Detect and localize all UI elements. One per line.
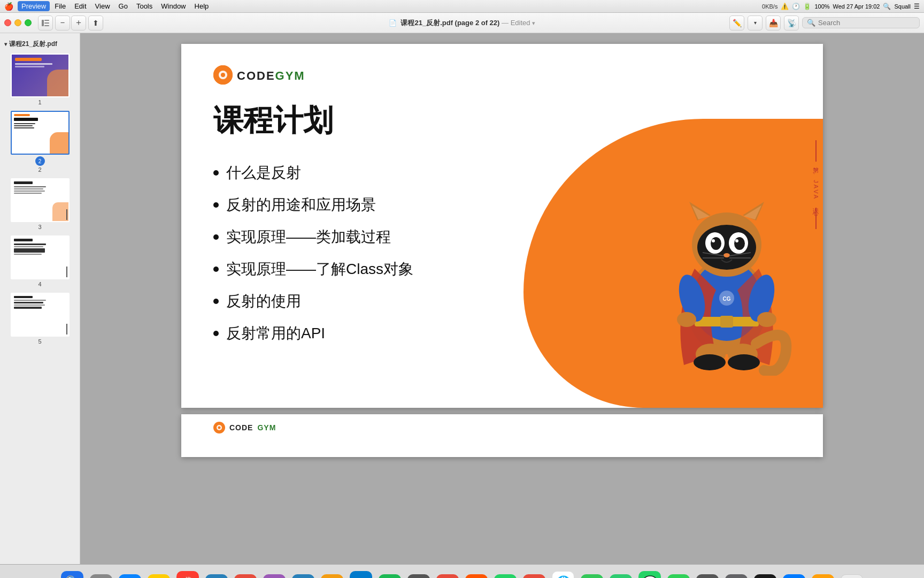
dock-vscode[interactable]: ⌨️ (348, 569, 374, 579)
pdf-page-partial: CODEGYM (181, 414, 823, 457)
maximize-button[interactable] (25, 19, 32, 26)
dock-terminal[interactable]: ⌨️ (752, 569, 779, 579)
menubar-right: 0KB/s ⚠️ 🕐 🔋 100% Wed 27 Apr 19:02 🔍 Squ… (762, 3, 920, 10)
thumb-frame-3 (11, 178, 70, 222)
annotate-button[interactable]: ✏️ (729, 16, 744, 31)
bullet-dot-4 (213, 267, 219, 272)
thumb-label-4: 4 (38, 281, 41, 287)
airdrop-button[interactable]: 📡 (784, 16, 799, 31)
dock-app3[interactable]: 📻 (463, 569, 490, 579)
dock-launchpad[interactable]: 🚀 (88, 569, 114, 579)
page2-content: CODEGYM 课程计划 什么是反射 反射的用途和应用场景 (181, 44, 823, 408)
svg-point-23 (728, 354, 760, 370)
svg-point-6 (221, 73, 225, 77)
window-title: 📄 课程21_反射.pdf (page 2 of 22) — Edited ▾ (389, 18, 535, 28)
dock-word[interactable]: A (290, 569, 317, 579)
dock-facetime[interactable]: 📹 (665, 569, 692, 579)
bullet-dot-5 (213, 299, 219, 304)
thumbnail-page-2[interactable]: 2 2 (0, 108, 80, 176)
menu-window[interactable]: Window (157, 1, 189, 11)
thumb-label-2: 2 (38, 166, 41, 173)
svg-point-14 (734, 237, 745, 250)
zoom-in-button[interactable]: ＋ (71, 16, 86, 31)
thumbnail-page-3[interactable]: 3 (0, 176, 80, 233)
content-area[interactable]: CODEGYM 课程计划 什么是反射 反射的用途和应用场景 (80, 33, 924, 564)
menu-help[interactable]: Help (191, 1, 213, 11)
zoom-out-button[interactable]: － (55, 16, 70, 31)
dock-person[interactable]: 👤 (405, 569, 432, 579)
dock-settings[interactable]: ⚙️ (723, 569, 750, 579)
menu-go[interactable]: Go (115, 1, 132, 11)
orange-decoration: CG (523, 119, 823, 408)
menu-edit[interactable]: Edit (71, 1, 90, 11)
svg-point-36 (218, 427, 221, 429)
thumb3-content (12, 179, 68, 221)
bullet-text-1: 什么是反射 (226, 163, 301, 183)
menu-file[interactable]: File (51, 1, 70, 11)
dock-app5[interactable]: 🌸 (521, 569, 548, 579)
svg-point-26 (677, 312, 696, 327)
thumb-label-1: 1 (38, 99, 41, 105)
minimize-button[interactable] (14, 19, 21, 26)
dock-photos[interactable]: 📷 (810, 569, 836, 579)
dock-trash[interactable]: 🗑️ (838, 569, 865, 579)
thumbnail-page-1[interactable]: 1 (0, 51, 80, 108)
bullet-dot-3 (213, 234, 219, 240)
dock-chat[interactable]: ❌ (434, 569, 461, 579)
dock-chrome[interactable]: 🌐 (550, 569, 576, 579)
dock-e[interactable]: e (203, 569, 230, 579)
svg-rect-19 (720, 316, 733, 328)
datetime: Wed 27 Apr 19:02 (833, 3, 880, 10)
thumbnail-page-4[interactable]: 4 (0, 233, 80, 290)
dock-app6[interactable]: 🐾 (607, 569, 634, 579)
dock-app2[interactable]: 📦 (261, 569, 288, 579)
dock-wechat[interactable]: 💬 (636, 569, 663, 579)
battery-percent: 100% (814, 3, 829, 10)
dock-app4[interactable]: 💬 (492, 569, 519, 579)
selected-page-badge: 2 (35, 156, 45, 166)
logo-text: CODEGYM (237, 67, 305, 83)
bullet-text-2: 反射的用途和应用场景 (226, 195, 376, 215)
search-box[interactable]: 🔍 (802, 17, 920, 28)
side-vertical-text: 第 2、JAVA 课心 (812, 140, 820, 229)
logo-icon (213, 65, 233, 85)
cat-character: CG (646, 151, 807, 376)
bullet-dot-2 (213, 202, 219, 208)
warning-icon: ⚠️ (781, 3, 789, 10)
dock-calendar[interactable]: 📅 (174, 569, 201, 579)
dock-iphone[interactable]: 📱 (694, 569, 721, 579)
share-button[interactable]: ⬆ (88, 16, 103, 31)
dock-app1[interactable]: 🍅 (232, 569, 259, 579)
thumb-frame-2 (11, 111, 70, 155)
apple-menu[interactable]: 🍎 (4, 2, 13, 11)
menu-view[interactable]: View (91, 1, 114, 11)
dock-files[interactable]: 🗂️ (781, 569, 807, 579)
save-to-photos-button[interactable]: 📥 (766, 16, 781, 31)
edited-label: Edited (511, 19, 530, 27)
menu-preview[interactable]: Preview (18, 1, 50, 11)
main-layout: ▾ 课程21_反射.pdf 1 (0, 33, 924, 564)
dock-sketch[interactable]: ✏️ (319, 569, 345, 579)
svg-point-13 (711, 237, 721, 250)
dock-safari[interactable]: 🌐 (117, 569, 143, 579)
dock-finder[interactable]: 🔍 (59, 569, 86, 579)
search-menubar-icon[interactable]: 🔍 (883, 3, 891, 10)
menu-tools[interactable]: Tools (133, 1, 156, 11)
sidebar-toggle-button[interactable] (38, 16, 53, 31)
svg-rect-1 (44, 20, 49, 21)
svg-point-16 (735, 239, 738, 242)
bullet-text-6: 反射常用的API (226, 323, 325, 344)
side-text-label: 第 2、JAVA 课心 (812, 163, 820, 207)
bullet-dot-1 (213, 170, 219, 176)
list-icon[interactable]: ☰ (914, 3, 920, 10)
thumbnail-page-5[interactable]: 5 (0, 290, 80, 347)
dock-music[interactable]: 🎵 (376, 569, 403, 579)
search-input[interactable] (818, 19, 915, 27)
dock-notes[interactable]: 📋 (145, 569, 172, 579)
dock: 🔍 🚀 🌐 📋 📅 e 🍅 📦 A ✏️ ⌨️ 🎵 👤 ❌ 📻 💬 🌸 🌐 🗺️… (0, 564, 924, 578)
annotate-dropdown[interactable]: ▾ (748, 16, 763, 31)
sidebar-header[interactable]: ▾ 课程21_反射.pdf (0, 37, 80, 51)
time-machine-icon: 🕐 (792, 3, 800, 10)
close-button[interactable] (4, 19, 11, 26)
dock-maps[interactable]: 🗺️ (579, 569, 605, 579)
